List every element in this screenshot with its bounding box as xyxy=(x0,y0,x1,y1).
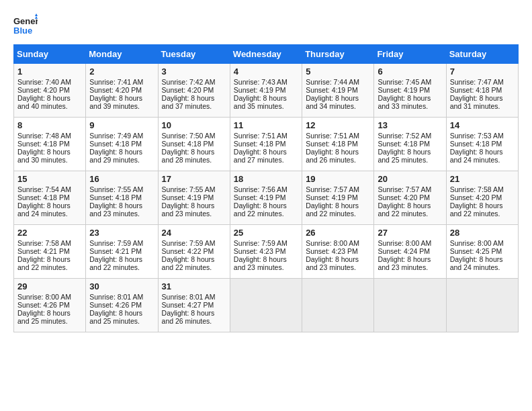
sunrise: Sunrise: 8:00 AM xyxy=(378,239,431,247)
col-header-tuesday: Tuesday xyxy=(158,45,230,64)
day-number: 27 xyxy=(378,228,442,238)
sunrise: Sunrise: 7:54 AM xyxy=(17,185,71,193)
day-number: 28 xyxy=(450,228,515,238)
sunset: Sunset: 4:19 PM xyxy=(234,86,286,94)
sunset: Sunset: 4:23 PM xyxy=(306,247,358,255)
daylight: Daylight: 8 hours and 28 minutes. xyxy=(162,148,215,164)
daylight: Daylight: 8 hours and 22 minutes. xyxy=(17,255,71,271)
sunrise: Sunrise: 7:59 AM xyxy=(234,239,287,247)
day-cell: 7Sunrise: 7:47 AMSunset: 4:18 PMDaylight… xyxy=(446,64,518,118)
col-header-wednesday: Wednesday xyxy=(230,45,302,64)
sunrise: Sunrise: 7:51 AM xyxy=(306,132,359,140)
day-cell: 2Sunrise: 7:41 AMSunset: 4:20 PMDaylight… xyxy=(86,64,158,118)
day-number: 15 xyxy=(17,174,82,184)
sunrise: Sunrise: 7:51 AM xyxy=(234,132,287,140)
day-number: 31 xyxy=(162,281,226,291)
col-header-friday: Friday xyxy=(374,45,446,64)
day-cell: 8Sunrise: 7:48 AMSunset: 4:18 PMDaylight… xyxy=(14,118,86,171)
col-header-monday: Monday xyxy=(86,45,158,64)
sunset: Sunset: 4:18 PM xyxy=(162,140,214,148)
daylight: Daylight: 8 hours and 25 minutes. xyxy=(378,148,431,164)
day-cell: 25Sunrise: 7:59 AMSunset: 4:23 PMDayligh… xyxy=(230,225,302,279)
col-header-sunday: Sunday xyxy=(14,45,86,64)
day-cell: 12Sunrise: 7:51 AMSunset: 4:18 PMDayligh… xyxy=(302,118,374,171)
sunrise: Sunrise: 7:44 AM xyxy=(306,78,359,86)
day-number: 8 xyxy=(17,120,82,130)
day-cell xyxy=(230,279,302,332)
sunrise: Sunrise: 7:43 AM xyxy=(234,78,287,86)
day-cell: 11Sunrise: 7:51 AMSunset: 4:18 PMDayligh… xyxy=(230,118,302,171)
sunrise: Sunrise: 7:48 AM xyxy=(17,132,71,140)
sunrise: Sunrise: 7:53 AM xyxy=(450,132,504,140)
day-number: 7 xyxy=(450,66,515,77)
sunset: Sunset: 4:26 PM xyxy=(17,301,70,309)
sunrise: Sunrise: 7:57 AM xyxy=(306,185,359,193)
sunset: Sunset: 4:25 PM xyxy=(450,247,502,255)
sunrise: Sunrise: 7:55 AM xyxy=(89,185,143,193)
daylight: Daylight: 8 hours and 25 minutes. xyxy=(17,309,71,325)
day-cell: 24Sunrise: 7:59 AMSunset: 4:22 PMDayligh… xyxy=(158,225,230,279)
day-number: 17 xyxy=(162,174,226,184)
sunrise: Sunrise: 7:49 AM xyxy=(89,132,143,140)
day-cell: 22Sunrise: 7:58 AMSunset: 4:21 PMDayligh… xyxy=(14,225,86,279)
sunset: Sunset: 4:18 PM xyxy=(89,193,142,201)
sunrise: Sunrise: 8:01 AM xyxy=(89,293,143,301)
sunrise: Sunrise: 8:00 AM xyxy=(306,239,359,247)
day-cell: 16Sunrise: 7:55 AMSunset: 4:18 PMDayligh… xyxy=(86,171,158,225)
calendar-body: 1Sunrise: 7:40 AMSunset: 4:20 PMDaylight… xyxy=(14,64,519,332)
daylight: Daylight: 8 hours and 31 minutes. xyxy=(450,94,503,110)
logo-svg: General Blue xyxy=(13,13,38,38)
daylight: Daylight: 8 hours and 33 minutes. xyxy=(378,94,431,110)
sunrise: Sunrise: 8:00 AM xyxy=(450,239,504,247)
daylight: Daylight: 8 hours and 23 minutes. xyxy=(234,255,287,271)
day-number: 29 xyxy=(17,281,82,291)
sunset: Sunset: 4:20 PM xyxy=(162,86,214,94)
sunrise: Sunrise: 7:45 AM xyxy=(378,78,431,86)
sunset: Sunset: 4:18 PM xyxy=(450,86,502,94)
day-number: 12 xyxy=(306,120,370,130)
sunset: Sunset: 4:19 PM xyxy=(162,193,214,201)
day-number: 10 xyxy=(162,120,226,130)
day-cell: 19Sunrise: 7:57 AMSunset: 4:19 PMDayligh… xyxy=(302,171,374,225)
sunrise: Sunrise: 7:47 AM xyxy=(450,78,504,86)
day-number: 9 xyxy=(89,120,154,130)
day-cell: 21Sunrise: 7:58 AMSunset: 4:20 PMDayligh… xyxy=(446,171,518,225)
sunrise: Sunrise: 7:41 AM xyxy=(89,78,143,86)
daylight: Daylight: 8 hours and 22 minutes. xyxy=(162,255,215,271)
daylight: Daylight: 8 hours and 26 minutes. xyxy=(306,148,359,164)
sunrise: Sunrise: 7:58 AM xyxy=(450,185,504,193)
daylight: Daylight: 8 hours and 34 minutes. xyxy=(306,94,359,110)
sunset: Sunset: 4:20 PM xyxy=(17,86,70,94)
day-number: 23 xyxy=(89,228,154,238)
day-cell xyxy=(374,279,446,332)
week-row-2: 8Sunrise: 7:48 AMSunset: 4:18 PMDaylight… xyxy=(14,118,519,171)
sunrise: Sunrise: 7:57 AM xyxy=(378,185,431,193)
day-cell: 10Sunrise: 7:50 AMSunset: 4:18 PMDayligh… xyxy=(158,118,230,171)
day-number: 19 xyxy=(306,174,370,184)
sunset: Sunset: 4:19 PM xyxy=(306,86,358,94)
day-cell: 26Sunrise: 8:00 AMSunset: 4:23 PMDayligh… xyxy=(302,225,374,279)
day-number: 24 xyxy=(162,228,226,238)
day-cell: 5Sunrise: 7:44 AMSunset: 4:19 PMDaylight… xyxy=(302,64,374,118)
day-cell: 13Sunrise: 7:52 AMSunset: 4:18 PMDayligh… xyxy=(374,118,446,171)
day-number: 30 xyxy=(89,281,154,291)
svg-marker-2 xyxy=(35,13,38,16)
sunset: Sunset: 4:18 PM xyxy=(17,140,70,148)
day-cell: 20Sunrise: 7:57 AMSunset: 4:20 PMDayligh… xyxy=(374,171,446,225)
day-number: 1 xyxy=(17,66,82,77)
sunrise: Sunrise: 7:59 AM xyxy=(162,239,216,247)
daylight: Daylight: 8 hours and 37 minutes. xyxy=(162,94,215,110)
week-row-3: 15Sunrise: 7:54 AMSunset: 4:18 PMDayligh… xyxy=(14,171,519,225)
day-number: 26 xyxy=(306,228,370,238)
daylight: Daylight: 8 hours and 23 minutes. xyxy=(89,201,142,218)
sunrise: Sunrise: 8:01 AM xyxy=(162,293,216,301)
sunrise: Sunrise: 7:56 AM xyxy=(234,185,287,193)
week-row-4: 22Sunrise: 7:58 AMSunset: 4:21 PMDayligh… xyxy=(14,225,519,279)
daylight: Daylight: 8 hours and 22 minutes. xyxy=(234,201,287,218)
day-cell xyxy=(446,279,518,332)
sunrise: Sunrise: 7:50 AM xyxy=(162,132,216,140)
sunrise: Sunrise: 7:52 AM xyxy=(378,132,431,140)
sunset: Sunset: 4:18 PM xyxy=(17,193,70,201)
daylight: Daylight: 8 hours and 23 minutes. xyxy=(306,255,359,271)
daylight: Daylight: 8 hours and 26 minutes. xyxy=(162,309,215,325)
